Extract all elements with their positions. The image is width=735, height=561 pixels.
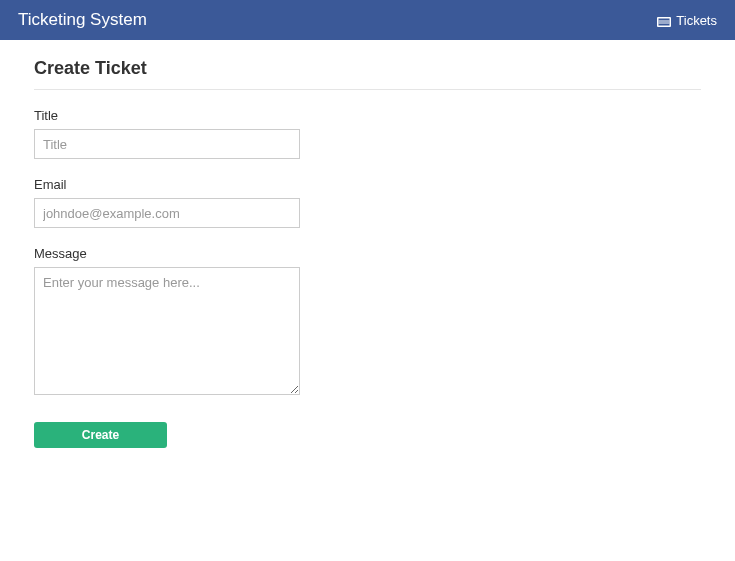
main-container: Create Ticket Title Email Message Create <box>0 40 735 466</box>
title-input[interactable] <box>34 129 300 159</box>
message-textarea[interactable] <box>34 267 300 395</box>
title-label: Title <box>34 108 701 123</box>
ticket-icon <box>657 15 671 25</box>
message-label: Message <box>34 246 701 261</box>
form-group-title: Title <box>34 108 701 159</box>
create-button[interactable]: Create <box>34 422 167 448</box>
tickets-link[interactable]: Tickets <box>657 13 717 28</box>
create-ticket-form: Title Email Message Create <box>34 108 701 448</box>
email-label: Email <box>34 177 701 192</box>
navbar-nav: Tickets <box>657 13 717 28</box>
navbar-brand[interactable]: Ticketing System <box>18 10 147 30</box>
divider <box>34 89 701 90</box>
tickets-link-label: Tickets <box>676 13 717 28</box>
svg-rect-1 <box>659 19 670 26</box>
page-title: Create Ticket <box>34 58 701 79</box>
email-input[interactable] <box>34 198 300 228</box>
form-group-message: Message <box>34 246 701 398</box>
navbar: Ticketing System Tickets <box>0 0 735 40</box>
form-group-email: Email <box>34 177 701 228</box>
